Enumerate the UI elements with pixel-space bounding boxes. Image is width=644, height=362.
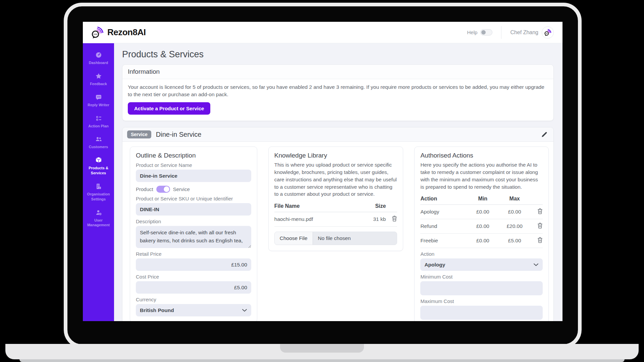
sidebar-item-label: Organisation Settings — [85, 192, 112, 202]
sidebar-item-reply-writer[interactable]: Reply Writer — [83, 94, 114, 108]
star-icon — [95, 72, 102, 80]
minimum-cost-label: Minimum Cost — [420, 274, 543, 280]
sidebar-item-dashboard[interactable]: Dashboard — [83, 51, 114, 65]
edit-service-button[interactable] — [541, 131, 547, 138]
currency-label: Currency — [136, 297, 251, 302]
action-max-cell: £5.00 — [499, 234, 531, 248]
information-body: Your account is licenced for 5 of produc… — [122, 79, 553, 121]
sidebar-item-user-management[interactable]: User Management — [83, 209, 114, 228]
pencil-icon — [541, 131, 547, 138]
action-name-cell: Apology — [420, 205, 467, 219]
sidebar-item-products-services[interactable]: Products & Services — [83, 157, 114, 176]
rezon8ai-logo-icon — [90, 26, 104, 39]
header-divider — [501, 26, 501, 39]
chevron-down-icon — [534, 263, 538, 266]
minimum-cost-input[interactable] — [420, 281, 543, 295]
description-textarea[interactable]: Self-service dine-in cafe, with all our … — [136, 226, 251, 248]
product-name-input[interactable] — [136, 170, 251, 182]
trash-icon — [537, 208, 543, 214]
action-row: Apology £0.00 £0.00 — [420, 205, 543, 219]
help-label: Help — [467, 29, 478, 35]
file-chosen-status: No file chosen — [313, 235, 356, 241]
file-name-cell: haochi-menu.pdf — [274, 212, 358, 226]
action-max-cell: £20.00 — [499, 219, 531, 234]
min-header: Min — [467, 194, 499, 205]
delete-file-button[interactable] — [392, 217, 397, 223]
actions-header — [386, 201, 397, 212]
action-max-cell: £0.00 — [499, 205, 531, 219]
action-min-cell: £0.00 — [467, 205, 499, 219]
avatar-logo-icon — [544, 29, 552, 36]
header-right: Help Chef Zhang — [467, 26, 554, 39]
laptop-base-edge — [19, 359, 625, 362]
action-row: Refund £0.00 £20.00 — [420, 219, 543, 234]
sidebar-item-organisation-settings[interactable]: Organisation Settings — [83, 183, 114, 202]
outline-heading: Outline & Description — [136, 152, 251, 159]
delete-header — [531, 194, 543, 205]
delete-action-button[interactable] — [537, 209, 543, 215]
product-service-toggle[interactable] — [156, 186, 170, 193]
brand-logo[interactable]: Rezon8AI — [90, 26, 146, 39]
knowledge-panel: Knowledge Library This is where you uplo… — [268, 146, 404, 251]
sku-input[interactable] — [136, 203, 251, 216]
sidebar-item-action-plan[interactable]: Action Plan — [83, 115, 114, 129]
building-icon — [95, 183, 102, 190]
knowledge-text: This is where you upload product or serv… — [274, 161, 397, 198]
file-upload-input[interactable]: Choose File No file chosen — [274, 232, 397, 245]
sidebar-item-feedback[interactable]: Feedback — [83, 72, 114, 86]
help-toggle[interactable] — [480, 29, 492, 36]
sidebar-item-label: Customers — [89, 144, 108, 149]
cost-price-label: Cost Price — [136, 274, 251, 280]
product-service-toggle-row: Product Service — [136, 186, 251, 193]
information-text: Your account is licenced for 5 of produc… — [128, 83, 548, 98]
service-title: Dine-in Service — [156, 131, 202, 138]
actions-table-header-row: Action Min Max — [420, 194, 543, 205]
actions-panel: Authorised Actions Here you specify the … — [414, 146, 549, 321]
action-name-cell: Freebie — [420, 234, 467, 248]
service-card-body: Outline & Description Product or Service… — [122, 142, 553, 321]
knowledge-table: File Name Size haochi-menu.pdf 31 kb — [274, 201, 397, 227]
trash-icon — [537, 237, 543, 243]
page-title: Products & Services — [122, 49, 554, 60]
checklist-icon — [95, 115, 102, 122]
maximum-cost-input[interactable] — [420, 306, 543, 320]
service-card-header: Service Dine-in Service — [122, 127, 553, 142]
action-select[interactable]: Apology — [420, 258, 543, 271]
trash-icon — [537, 223, 543, 229]
activate-product-button[interactable]: Activate a Product or Service — [128, 102, 210, 115]
knowledge-heading: Knowledge Library — [274, 152, 397, 159]
delete-action-button[interactable] — [537, 238, 543, 244]
user-gear-icon — [95, 209, 102, 216]
service-card: Service Dine-in Service Outline & Descri… — [122, 127, 554, 321]
currency-select[interactable]: British Pound — [136, 304, 251, 316]
retail-price-input[interactable] — [136, 258, 251, 271]
retail-price-label: Retail Price — [136, 251, 251, 257]
file-size-cell: 31 kb — [358, 212, 386, 226]
sidebar-item-label: Reply Writer — [88, 103, 109, 108]
cost-price-input[interactable] — [136, 281, 251, 294]
sidebar-item-label: User Management — [85, 218, 112, 228]
app-body: Dashboard Feedback Reply Writer — [83, 43, 562, 321]
people-icon — [95, 135, 102, 143]
help-toggle-knob — [481, 30, 486, 35]
maximum-cost-label: Maximum Cost — [420, 298, 543, 304]
action-select-label: Action — [420, 251, 543, 257]
help-group: Help — [467, 29, 493, 36]
chevron-down-icon — [242, 309, 247, 312]
sidebar-item-label: Products & Services — [85, 166, 112, 176]
outline-panel: Outline & Description Product or Service… — [130, 146, 257, 321]
app-screen: Rezon8AI Help Chef Zhang — [83, 22, 562, 321]
information-heading: Information — [122, 65, 553, 79]
product-name-label: Product or Service Name — [136, 162, 251, 168]
brand-name: Rezon8AI — [107, 27, 146, 38]
choose-file-button[interactable]: Choose File — [275, 232, 313, 245]
box-icon — [95, 157, 102, 164]
description-label: Description — [136, 219, 251, 224]
gauge-icon — [95, 51, 102, 59]
sidebar-item-customers[interactable]: Customers — [83, 135, 114, 149]
user-menu[interactable]: Chef Zhang — [510, 26, 554, 39]
sku-label: Product or Service SKU or Unique Identif… — [136, 196, 251, 201]
service-badge: Service — [127, 130, 151, 138]
delete-action-button[interactable] — [537, 224, 543, 230]
sidebar-item-label: Action Plan — [88, 124, 109, 129]
